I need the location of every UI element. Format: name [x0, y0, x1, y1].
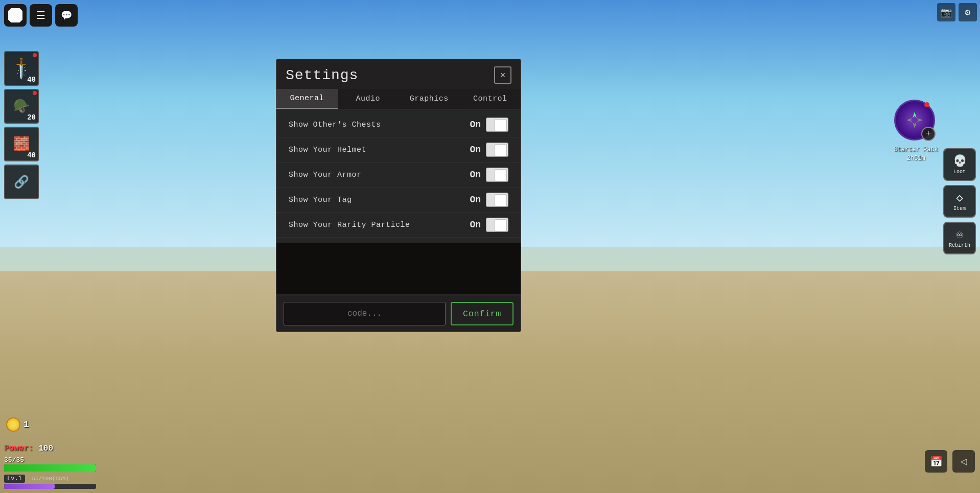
tab-general[interactable]: General — [276, 89, 338, 109]
add-button[interactable]: + — [921, 127, 936, 141]
slot-1-notification — [33, 53, 37, 57]
camera-icon: 📷 — [941, 7, 952, 18]
setting-right-chests: On — [465, 118, 508, 132]
item-button[interactable]: ◇ Item — [943, 185, 976, 218]
toggle-particle[interactable] — [486, 218, 508, 232]
player-stats: Power: 100 35/35 Lv.1 55/100(55%) — [4, 444, 96, 489]
starter-pack-display: Starter Pack 2h51m — [894, 146, 938, 163]
roblox-logo-button[interactable] — [4, 4, 27, 27]
setting-right-tag: On — [465, 193, 508, 207]
settings-button[interactable]: ⚙ — [959, 3, 977, 21]
tab-graphics[interactable]: Graphics — [399, 89, 460, 109]
close-icon: × — [500, 70, 506, 81]
svg-marker-1 — [913, 122, 917, 128]
settings-modal: Settings × General Audio Graphics Contro… — [276, 59, 521, 332]
compass-area: + — [894, 100, 935, 140]
setting-status-helmet: On — [465, 145, 481, 155]
setting-label-particle: Show Your Rarity Particle — [289, 221, 410, 229]
power-label: Power: — [4, 444, 34, 453]
tab-audio[interactable]: Audio — [338, 89, 399, 109]
setting-row-armor: Show Your Armor On — [276, 162, 521, 187]
svg-marker-3 — [917, 118, 923, 122]
slot-2-count: 20 — [27, 113, 36, 122]
setting-label-tag: Show Your Tag — [289, 196, 352, 204]
power-value: 100 — [38, 444, 53, 453]
close-button[interactable]: × — [494, 66, 511, 84]
inventory-slot-3[interactable]: 🧱 40 — [4, 127, 39, 161]
setting-row-helmet: Show Your Helmet On — [276, 137, 521, 162]
rebirth-icon: ♾ — [956, 228, 963, 242]
rebirth-label: Rebirth — [949, 243, 970, 248]
setting-right-armor: On — [465, 168, 508, 182]
hp-text: 35/35 — [4, 456, 24, 464]
hp-bar-fill — [4, 464, 96, 472]
item-label: Item — [953, 206, 966, 212]
roblox-icon — [8, 8, 22, 22]
top-left-ui: ☰ 💬 — [4, 4, 78, 27]
toggle-armor[interactable] — [486, 168, 508, 182]
compass-circle: + — [894, 100, 935, 140]
xp-bar-background — [4, 484, 96, 489]
loot-label: Loot — [953, 169, 966, 175]
coin-count: 1 — [24, 419, 29, 430]
starter-pack-label: Starter Pack — [894, 146, 938, 154]
inventory-slot-2[interactable]: 🪖 20 — [4, 89, 39, 124]
toggle-tag[interactable] — [486, 193, 508, 207]
setting-right-helmet: On — [465, 143, 508, 157]
xp-text: 55/100(55%) — [32, 476, 69, 482]
back-icon: ◁ — [960, 455, 967, 468]
setting-label-chests: Show Other's Chests — [289, 121, 381, 129]
setting-status-tag: On — [465, 195, 481, 205]
inventory-slot-1[interactable]: 🗡️ 40 — [4, 51, 39, 86]
settings-body: Show Other's Chests On Show Your Helmet … — [276, 109, 521, 241]
coin-display: 1 — [6, 417, 29, 432]
slot-2-notification — [33, 91, 37, 95]
setting-label-armor: Show Your Armor — [289, 171, 362, 179]
setting-label-helmet: Show Your Helmet — [289, 146, 366, 154]
inventory-slot-4[interactable]: 🔗 — [4, 165, 39, 199]
setting-status-armor: On — [465, 170, 481, 180]
slot-1-count: 40 — [27, 76, 36, 84]
setting-row-chests: Show Other's Chests On — [276, 112, 521, 137]
setting-status-chests: On — [465, 120, 481, 130]
coin-icon — [6, 417, 20, 432]
xp-bar-fill — [4, 484, 55, 489]
hp-bar-background — [4, 464, 96, 472]
inventory-panel: 🗡️ 40 🪖 20 🧱 40 🔗 — [4, 51, 39, 199]
item-icon: ◇ — [956, 191, 963, 205]
setting-row-tag: Show Your Tag On — [276, 187, 521, 213]
right-panel: 💀 Loot ◇ Item ♾ Rebirth — [939, 0, 980, 493]
svg-marker-0 — [913, 112, 917, 118]
chat-button[interactable]: 💬 — [55, 4, 78, 27]
xp-bar-container: Lv.1 55/100(55%) — [4, 474, 96, 489]
hp-bar-container: 35/35 — [4, 455, 96, 472]
setting-row-particle: Show Your Rarity Particle On — [276, 213, 521, 238]
loot-icon: 💀 — [953, 154, 967, 168]
tab-control[interactable]: Control — [460, 89, 521, 109]
back-button[interactable]: ◁ — [952, 450, 975, 473]
slot-3-count: 40 — [27, 151, 36, 159]
block-icon: 🧱 — [13, 136, 30, 152]
calendar-button[interactable]: 📅 — [925, 450, 947, 473]
toggle-chests[interactable] — [486, 118, 508, 132]
compass-notification — [924, 102, 929, 107]
settings-title: Settings — [286, 67, 358, 83]
rebirth-button[interactable]: ♾ Rebirth — [943, 222, 976, 254]
top-right-icons: 📷 ⚙ — [937, 3, 977, 21]
starter-pack-timer: 2h51m — [894, 154, 938, 163]
calendar-icon: 📅 — [930, 455, 943, 468]
modal-footer: Confirm — [276, 296, 521, 332]
menu-button[interactable]: ☰ — [30, 4, 52, 27]
level-badge: Lv.1 — [4, 475, 25, 483]
modal-header: Settings × — [276, 59, 521, 89]
camera-button[interactable]: 📷 — [937, 3, 955, 21]
loot-button[interactable]: 💀 Loot — [943, 148, 976, 181]
setting-status-particle: On — [465, 220, 481, 230]
code-input[interactable] — [284, 302, 446, 325]
chain-icon: 🔗 — [14, 175, 29, 190]
settings-icon: ⚙ — [965, 7, 971, 18]
compass-arrows — [904, 110, 925, 130]
settings-preview-area — [276, 243, 521, 294]
toggle-helmet[interactable] — [486, 143, 508, 157]
confirm-button[interactable]: Confirm — [451, 302, 514, 325]
